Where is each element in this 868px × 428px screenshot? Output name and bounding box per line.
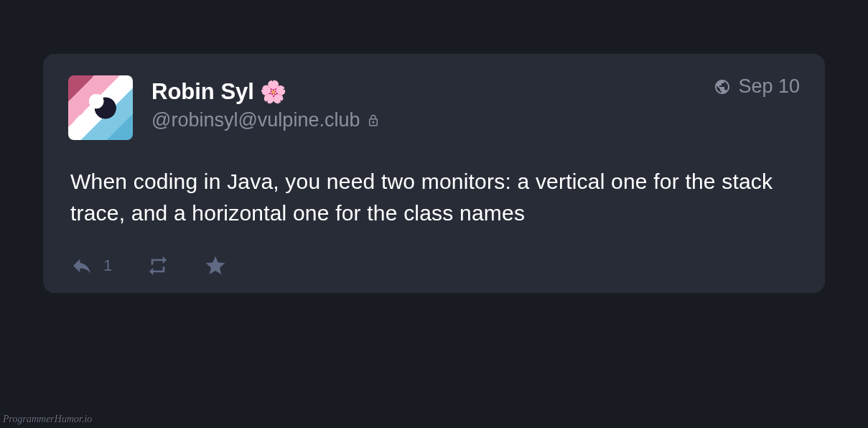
boost-button[interactable] bbox=[146, 254, 169, 277]
avatar[interactable] bbox=[68, 75, 133, 140]
watermark: ProgrammerHumor.io bbox=[3, 414, 92, 425]
display-name-text: Robin Syl bbox=[151, 78, 254, 105]
reply-count: 1 bbox=[103, 256, 112, 275]
handle-text: @robinsyl@vulpine.club bbox=[151, 109, 360, 131]
display-name[interactable]: Robin Syl 🌸 bbox=[151, 78, 380, 105]
flower-emoji: 🌸 bbox=[260, 79, 286, 105]
post-content: When coding in Java, you need two monito… bbox=[70, 166, 800, 228]
post-actions: 1 bbox=[70, 254, 800, 277]
timestamp-text: Sep 10 bbox=[738, 75, 800, 98]
boost-icon bbox=[146, 254, 169, 277]
timestamp[interactable]: Sep 10 bbox=[714, 75, 800, 98]
post-card: Robin Syl 🌸 @robinsyl@vulpine.club Sep 1… bbox=[43, 54, 825, 293]
reply-icon bbox=[70, 254, 93, 277]
user-info: Robin Syl 🌸 @robinsyl@vulpine.club bbox=[151, 75, 380, 131]
star-icon bbox=[204, 254, 227, 277]
reply-button[interactable]: 1 bbox=[70, 254, 112, 277]
favorite-button[interactable] bbox=[204, 254, 227, 277]
globe-icon bbox=[714, 78, 731, 96]
lock-icon bbox=[367, 113, 380, 128]
post-header: Robin Syl 🌸 @robinsyl@vulpine.club Sep 1… bbox=[68, 75, 800, 140]
user-handle[interactable]: @robinsyl@vulpine.club bbox=[151, 109, 380, 131]
